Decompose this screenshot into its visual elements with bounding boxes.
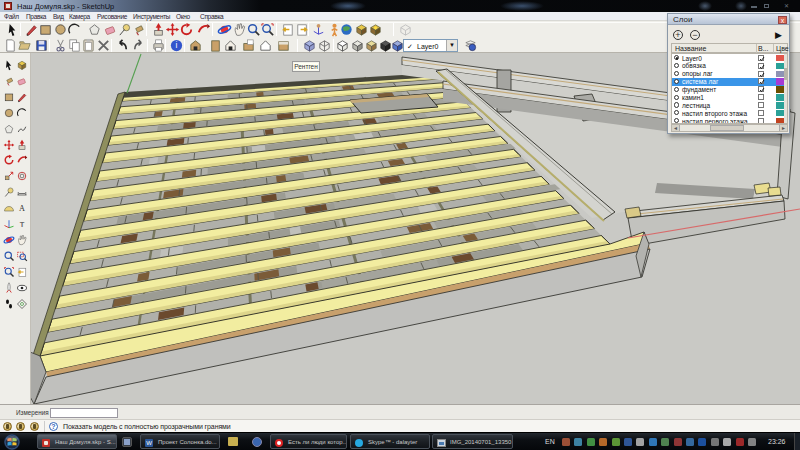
svg-text:T: T xyxy=(20,220,25,229)
svg-text:i: i xyxy=(176,40,178,50)
svg-text:A: A xyxy=(19,204,25,213)
